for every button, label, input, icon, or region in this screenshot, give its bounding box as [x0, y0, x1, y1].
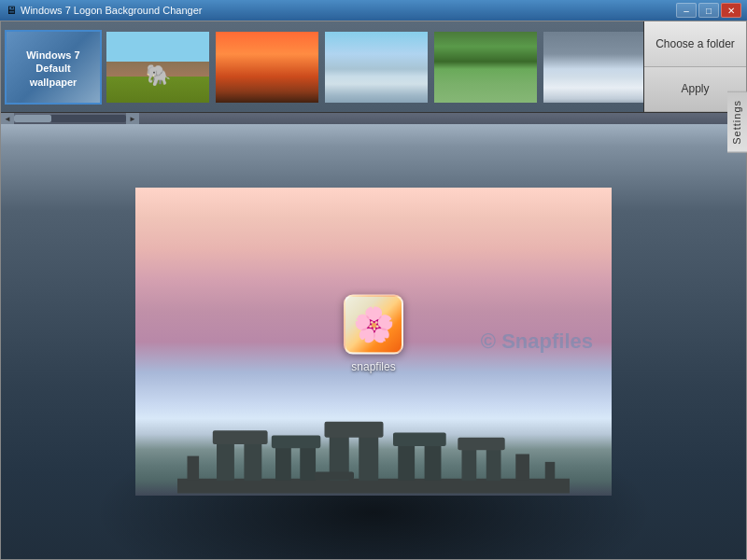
thumbnail-elephant[interactable] — [105, 30, 211, 105]
svg-rect-2 — [244, 440, 261, 481]
scroll-track — [14, 115, 126, 122]
settings-tab[interactable]: Settings — [727, 91, 747, 153]
scroll-right-button[interactable]: ► — [126, 113, 139, 124]
svg-rect-8 — [359, 432, 378, 480]
thumbnail-strip[interactable]: Windows 7 Default wallpaper — [1, 21, 643, 112]
lake-thumbnail-img — [325, 32, 428, 105]
content-area: 🌸 snapfiles © Snapfiles — [1, 124, 746, 559]
thumbnail-forest[interactable] — [432, 30, 539, 105]
user-label: snapfiles — [351, 360, 395, 373]
thumbnail-lake[interactable] — [323, 30, 430, 105]
minimize-button[interactable]: – — [676, 3, 697, 18]
preview-window: 🌸 snapfiles © Snapfiles — [135, 188, 612, 496]
svg-rect-12 — [393, 432, 446, 446]
choose-folder-button[interactable]: Choose a folder — [644, 21, 746, 67]
main-window: Windows 7 Default wallpaper — [0, 21, 747, 560]
title-bar: 🖥 Windows 7 Logon Background Changer – □… — [0, 0, 747, 21]
svg-rect-11 — [425, 442, 442, 481]
ocean-thumbnail-img — [543, 32, 643, 105]
maximize-button[interactable]: □ — [698, 3, 719, 18]
svg-rect-1 — [217, 440, 234, 481]
close-button[interactable]: ✕ — [721, 3, 741, 18]
user-icon: 🌸 — [344, 295, 403, 355]
sunset-thumbnail-img — [216, 32, 318, 105]
default-wallpaper-label: Windows 7 Default wallpaper — [7, 32, 100, 105]
login-area: 🌸 snapfiles — [344, 295, 403, 373]
svg-rect-18 — [545, 462, 556, 480]
thumbnail-scrollbar[interactable]: ◄ ► — [1, 113, 746, 124]
window-icon: 🖥 — [6, 4, 17, 17]
stonehenge-silhouette — [177, 393, 570, 496]
forest-thumbnail-img — [434, 32, 537, 105]
svg-rect-14 — [486, 446, 501, 481]
thumbnail-default[interactable]: Windows 7 Default wallpaper — [5, 30, 102, 105]
svg-rect-0 — [177, 479, 570, 494]
svg-rect-10 — [398, 442, 415, 481]
svg-rect-3 — [213, 430, 268, 444]
svg-rect-9 — [325, 422, 384, 438]
thumbnail-ocean[interactable] — [542, 30, 643, 105]
svg-rect-16 — [188, 456, 200, 481]
svg-rect-13 — [462, 446, 477, 481]
watermark: © Snapfiles — [481, 329, 593, 354]
elephant-thumbnail-img — [106, 32, 209, 105]
toolbar: Windows 7 Default wallpaper — [1, 21, 746, 113]
svg-rect-4 — [275, 444, 291, 481]
svg-rect-15 — [458, 438, 504, 451]
window-title: Windows 7 Logon Background Changer — [21, 5, 674, 16]
svg-rect-17 — [515, 455, 529, 481]
scroll-thumb[interactable] — [14, 115, 51, 122]
svg-rect-5 — [300, 444, 316, 481]
scroll-left-button[interactable]: ◄ — [1, 113, 14, 124]
preview-background: 🌸 snapfiles © Snapfiles — [135, 188, 612, 496]
thumbnail-sunset[interactable] — [214, 30, 320, 105]
svg-rect-19 — [315, 471, 354, 479]
svg-rect-6 — [272, 436, 321, 449]
